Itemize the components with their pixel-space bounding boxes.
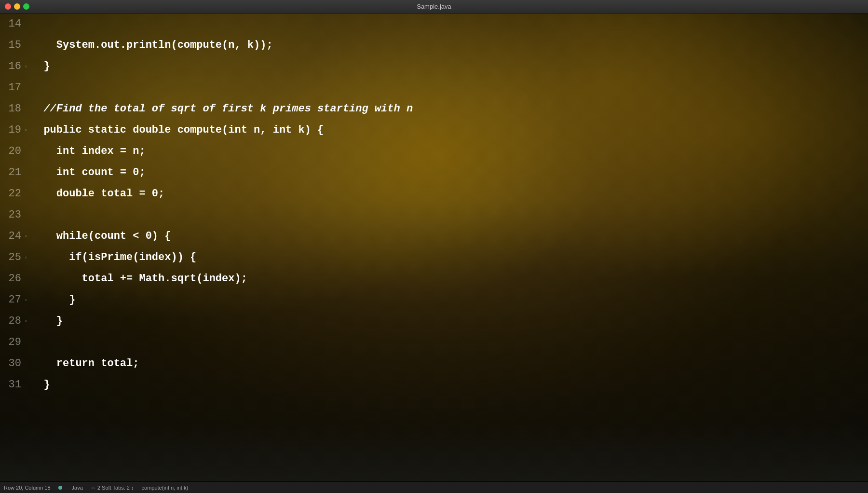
line-number-17: 17 [0, 77, 29, 98]
window-controls[interactable] [5, 3, 29, 10]
line-code-27: } [29, 289, 868, 311]
line-code-22: double total = 0; [29, 183, 868, 205]
line-code-25: if(isPrime(index)) { [29, 247, 868, 268]
editor-area[interactable]: 1415 System.out.println(compute(n, k));1… [0, 14, 868, 481]
status-row-col: Row 20, Column 18 [4, 485, 51, 491]
line-number-18: 18 [0, 98, 29, 120]
line-code-21: int count = 0; [29, 162, 868, 183]
statusbar: Row 20, Column 18 Java ↔ 2 Soft Tabs: 2 … [0, 481, 868, 493]
code-line-21: 21 int count = 0; [0, 162, 868, 183]
status-tab-info: ↔ 2 Soft Tabs: 2 ↕ [91, 485, 134, 491]
line-code-19: public static double compute(int n, int … [29, 120, 868, 141]
status-lang: Java [72, 485, 83, 491]
code-line-23: 23 [0, 205, 868, 226]
line-code-26: total += Math.sqrt(index); [29, 268, 868, 289]
status-dot-indicator [58, 485, 64, 491]
line-code-16: } [29, 56, 868, 77]
titlebar: Sample.java [0, 0, 868, 14]
line-number-31: 31 [0, 374, 29, 396]
line-code-20: int index = n; [29, 141, 868, 162]
line-code-31: } [29, 374, 868, 396]
line-number-26: 26 [0, 268, 29, 289]
line-number-24: 24 [0, 226, 29, 247]
code-content[interactable]: 1415 System.out.println(compute(n, k));1… [0, 14, 868, 481]
line-code-18: //Find the total of sqrt of first k prim… [29, 98, 868, 120]
line-number-16: 16 [0, 56, 29, 77]
code-line-25: 25 if(isPrime(index)) { [0, 247, 868, 268]
line-number-14: 14 [0, 14, 29, 35]
line-number-30: 30 [0, 353, 29, 374]
code-line-26: 26 total += Math.sqrt(index); [0, 268, 868, 289]
maximize-button[interactable] [23, 3, 29, 10]
code-line-28: 28 } [0, 311, 868, 332]
code-line-18: 18 //Find the total of sqrt of first k p… [0, 98, 868, 120]
line-number-27: 27 [0, 289, 29, 311]
code-line-27: 27 } [0, 289, 868, 311]
code-line-14: 14 [0, 14, 868, 35]
code-line-19: 19 public static double compute(int n, i… [0, 120, 868, 141]
line-number-25: 25 [0, 247, 29, 268]
code-line-30: 30 return total; [0, 353, 868, 374]
code-line-17: 17 [0, 77, 868, 98]
line-number-19: 19 [0, 120, 29, 141]
line-code-30: return total; [29, 353, 868, 374]
code-line-29: 29 [0, 332, 868, 353]
line-number-28: 28 [0, 311, 29, 332]
line-number-29: 29 [0, 332, 29, 353]
minimize-button[interactable] [14, 3, 20, 10]
code-line-15: 15 System.out.println(compute(n, k)); [0, 35, 868, 56]
line-number-20: 20 [0, 141, 29, 162]
code-line-16: 16 } [0, 56, 868, 77]
status-encoding: compute(int n, int k) [142, 485, 189, 491]
line-number-22: 22 [0, 183, 29, 205]
code-line-22: 22 double total = 0; [0, 183, 868, 205]
window-title: Sample.java [417, 3, 451, 10]
line-code-28: } [29, 311, 868, 332]
line-number-15: 15 [0, 35, 29, 56]
line-code-24: while(count < 0) { [29, 226, 868, 247]
line-code-15: System.out.println(compute(n, k)); [29, 35, 868, 56]
code-line-31: 31 } [0, 374, 868, 396]
code-line-24: 24 while(count < 0) { [0, 226, 868, 247]
line-number-21: 21 [0, 162, 29, 183]
code-line-20: 20 int index = n; [0, 141, 868, 162]
close-button[interactable] [5, 3, 11, 10]
line-number-23: 23 [0, 205, 29, 226]
